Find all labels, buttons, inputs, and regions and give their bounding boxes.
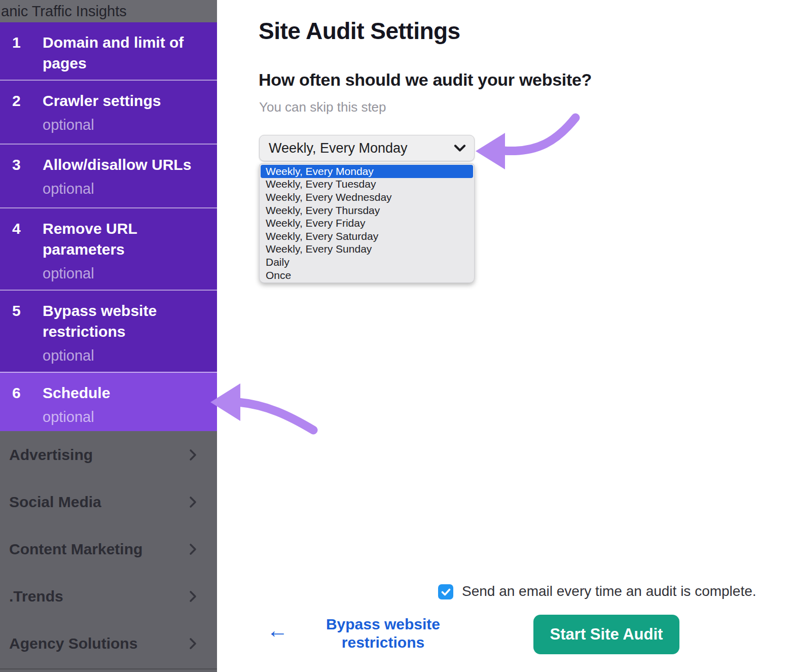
page-title: Site Audit Settings — [259, 17, 460, 45]
chevron-right-icon — [189, 449, 197, 461]
schedule-select-value: Weekly, Every Monday — [269, 140, 408, 156]
schedule-dropdown-menu: Weekly, Every MondayWeekly, Every Tuesda… — [259, 163, 475, 283]
dropdown-option[interactable]: Weekly, Every Thursday — [261, 204, 473, 217]
menu-item-label: Agency Solutions — [9, 635, 137, 652]
step-optional-label: optional — [43, 346, 195, 365]
sidebar-step-6-active[interactable]: 6Scheduleoptional — [0, 372, 217, 431]
email-notification-row: Send an email every time an audit is com… — [438, 583, 756, 599]
start-site-audit-button[interactable]: Start Site Audit — [533, 615, 679, 654]
sidebar-item-agency-solutions[interactable]: Agency Solutions — [0, 620, 217, 667]
step-optional-label: optional — [43, 407, 110, 427]
step-optional-label: optional — [43, 264, 195, 283]
step-number: 4 — [12, 218, 24, 239]
dropdown-option[interactable]: Weekly, Every Saturday — [261, 230, 473, 243]
dropdown-option[interactable]: Weekly, Every Sunday — [261, 243, 473, 256]
step-label: Remove URL parameters — [43, 218, 195, 260]
step-label: Allow/disallow URLs — [43, 154, 191, 175]
step-number: 6 — [12, 382, 24, 403]
sidebar-step-5[interactable]: 5Bypass website restrictionsoptional — [0, 290, 217, 372]
sidebar-step-2[interactable]: 2Crawler settingsoptional — [0, 80, 217, 144]
sidebar-bottom-divider — [0, 668, 217, 669]
sidebar-step-3[interactable]: 3Allow/disallow URLsoptional — [0, 144, 217, 207]
step-optional-label: optional — [43, 179, 191, 198]
step-label: Crawler settings — [43, 90, 161, 111]
dropdown-option[interactable]: Weekly, Every Tuesday — [261, 178, 473, 191]
schedule-question-heading: How often should we audit your website? — [259, 70, 592, 90]
dropdown-option[interactable]: Once — [261, 269, 473, 282]
sidebar-menu: AdvertisingSocial MediaContent Marketing… — [0, 431, 217, 667]
menu-item-label: Social Media — [9, 493, 101, 511]
chevron-right-icon — [189, 496, 197, 508]
sidebar-item-advertising[interactable]: Advertising — [0, 431, 217, 478]
step-number: 1 — [12, 32, 24, 53]
site-audit-settings-panel: Site Audit Settings How often should we … — [217, 0, 793, 672]
menu-item-label: Content Marketing — [9, 541, 142, 558]
chevron-right-icon — [189, 590, 197, 603]
schedule-select[interactable]: Weekly, Every Monday — [259, 135, 475, 161]
sidebar-header-title: anic Traffic Insights — [0, 0, 217, 22]
menu-item-label: Advertising — [9, 446, 93, 464]
step-number: 2 — [12, 90, 24, 111]
sidebar-item-social-media[interactable]: Social Media — [0, 478, 217, 525]
sidebar-item-content-marketing[interactable]: Content Marketing — [0, 525, 217, 573]
sidebar: anic Traffic Insights 1Domain and limit … — [0, 0, 217, 672]
chevron-right-icon — [189, 543, 197, 555]
sidebar-step-1[interactable]: 1Domain and limit of pages — [0, 22, 217, 80]
skip-step-note: You can skip this step — [259, 99, 386, 115]
email-notification-label: Send an email every time an audit is com… — [462, 583, 756, 599]
dropdown-option-selected[interactable]: Weekly, Every Monday — [261, 165, 473, 178]
step-optional-label: optional — [43, 115, 161, 134]
checkmark-icon — [441, 588, 451, 596]
dropdown-option[interactable]: Weekly, Every Friday — [261, 217, 473, 230]
step-label: Schedule — [43, 382, 110, 403]
sidebar-step-4[interactable]: 4Remove URL parametersoptional — [0, 207, 217, 290]
wizard-steps-list: 1Domain and limit of pages2Crawler setti… — [0, 22, 217, 431]
dropdown-option[interactable]: Daily — [261, 256, 473, 269]
dropdown-option[interactable]: Weekly, Every Wednesday — [261, 191, 473, 204]
step-number: 5 — [12, 300, 24, 321]
step-label: Bypass website restrictions — [43, 300, 195, 342]
sidebar-item-trends[interactable]: .Trends — [0, 573, 217, 620]
chevron-down-icon — [454, 145, 466, 152]
chevron-right-icon — [189, 638, 197, 650]
menu-item-label: .Trends — [9, 588, 63, 605]
bypass-website-restrictions-link[interactable]: Bypass website restrictions — [318, 615, 448, 652]
back-arrow-icon[interactable]: ← — [267, 620, 288, 641]
email-notification-checkbox[interactable] — [438, 584, 453, 599]
step-label: Domain and limit of pages — [43, 32, 195, 74]
step-number: 3 — [12, 154, 24, 175]
